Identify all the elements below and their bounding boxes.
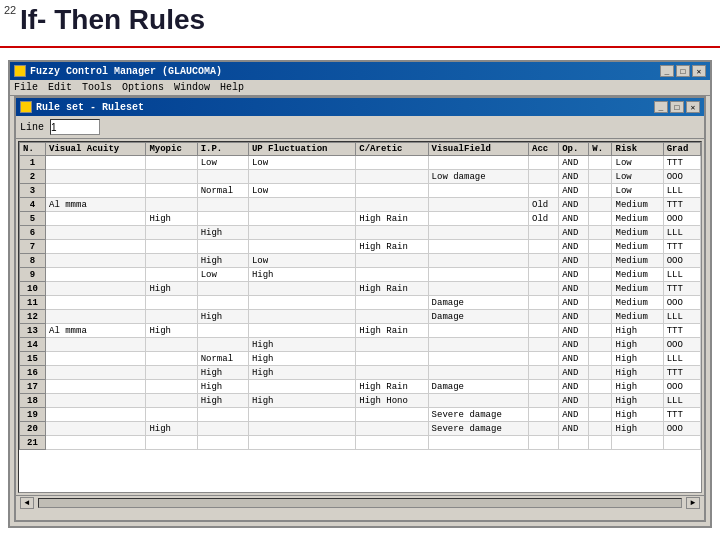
row-number-cell: 6 xyxy=(20,226,46,240)
table-cell xyxy=(356,198,428,212)
table-cell xyxy=(248,310,355,324)
table-cell xyxy=(46,282,146,296)
table-cell xyxy=(356,184,428,198)
table-cell xyxy=(529,268,559,282)
table-cell xyxy=(529,436,559,450)
table-cell xyxy=(529,240,559,254)
table-cell: High xyxy=(612,422,663,436)
table-cell xyxy=(197,282,248,296)
table-cell xyxy=(589,338,612,352)
fcm-minimize-btn[interactable]: _ xyxy=(660,65,674,77)
table-cell: LLL xyxy=(663,184,700,198)
row-number-cell: 21 xyxy=(20,436,46,450)
line-input[interactable] xyxy=(50,119,100,135)
table-cell xyxy=(146,156,197,170)
table-cell: Medium xyxy=(612,282,663,296)
table-cell xyxy=(529,310,559,324)
table-cell xyxy=(589,212,612,226)
scroll-right-btn[interactable]: ► xyxy=(686,497,700,509)
row-number-cell: 17 xyxy=(20,380,46,394)
ruleset-window: Rule set - Ruleset _ □ ✕ Line N. Visual … xyxy=(14,96,706,522)
scroll-left-btn[interactable]: ◄ xyxy=(20,497,34,509)
table-cell xyxy=(46,408,146,422)
table-cell xyxy=(46,184,146,198)
table-cell xyxy=(589,436,612,450)
table-row: 13Al mmmaHighHigh RainANDHighTTT xyxy=(20,324,701,338)
menu-window[interactable]: Window xyxy=(174,82,210,93)
table-cell: AND xyxy=(559,352,589,366)
table-cell xyxy=(248,240,355,254)
table-cell: High xyxy=(612,408,663,422)
table-cell xyxy=(197,436,248,450)
ruleset-maximize-btn[interactable]: □ xyxy=(670,101,684,113)
table-cell: High xyxy=(612,366,663,380)
table-cell: AND xyxy=(559,380,589,394)
menu-help[interactable]: Help xyxy=(220,82,244,93)
row-number-cell: 8 xyxy=(20,254,46,268)
table-row: 1LowLowANDLowTTT xyxy=(20,156,701,170)
scrollbar-area: ◄ ► xyxy=(16,495,704,509)
menu-edit[interactable]: Edit xyxy=(48,82,72,93)
table-cell xyxy=(428,240,528,254)
table-cell: High xyxy=(248,338,355,352)
row-number-cell: 13 xyxy=(20,324,46,338)
table-cell: High xyxy=(248,394,355,408)
menu-options[interactable]: Options xyxy=(122,82,164,93)
table-cell: TTT xyxy=(663,324,700,338)
table-cell xyxy=(589,240,612,254)
table-cell: LLL xyxy=(663,394,700,408)
table-cell: Medium xyxy=(612,268,663,282)
table-cell: Low xyxy=(612,184,663,198)
table-cell xyxy=(428,212,528,226)
menu-tools[interactable]: Tools xyxy=(82,82,112,93)
table-cell: Medium xyxy=(612,240,663,254)
table-cell xyxy=(46,394,146,408)
table-row: 7High RainANDMediumTTT xyxy=(20,240,701,254)
table-cell: AND xyxy=(559,366,589,380)
ruleset-minimize-btn[interactable]: _ xyxy=(654,101,668,113)
table-cell xyxy=(197,212,248,226)
fcm-maximize-btn[interactable]: □ xyxy=(676,65,690,77)
table-cell: AND xyxy=(559,156,589,170)
table-cell xyxy=(589,422,612,436)
table-cell: High xyxy=(248,268,355,282)
table-cell xyxy=(356,310,428,324)
table-cell xyxy=(46,436,146,450)
fcm-close-btn[interactable]: ✕ xyxy=(692,65,706,77)
menu-file[interactable]: File xyxy=(14,82,38,93)
table-cell: TTT xyxy=(663,240,700,254)
table-row: 14HighANDHighOOO xyxy=(20,338,701,352)
table-cell xyxy=(356,156,428,170)
table-cell xyxy=(356,268,428,282)
table-cell: AND xyxy=(559,254,589,268)
table-cell xyxy=(146,436,197,450)
table-cell xyxy=(589,394,612,408)
table-cell xyxy=(529,408,559,422)
table-cell: Medium xyxy=(612,226,663,240)
table-cell xyxy=(146,394,197,408)
table-cell: High xyxy=(612,352,663,366)
table-cell: AND xyxy=(559,422,589,436)
horizontal-scrollbar[interactable] xyxy=(38,498,682,508)
table-row: 2Low damageANDLowOOO xyxy=(20,170,701,184)
table-cell: AND xyxy=(559,296,589,310)
table-cell: OOO xyxy=(663,296,700,310)
slide-number: 22 xyxy=(4,4,16,16)
row-number-cell: 18 xyxy=(20,394,46,408)
table-cell: Normal xyxy=(197,184,248,198)
table-cell: High xyxy=(248,352,355,366)
row-number-cell: 15 xyxy=(20,352,46,366)
table-row: 21 xyxy=(20,436,701,450)
table-cell xyxy=(589,324,612,338)
table-cell xyxy=(589,198,612,212)
table-cell: High xyxy=(612,394,663,408)
table-cell: Low xyxy=(197,156,248,170)
ruleset-close-btn[interactable]: ✕ xyxy=(686,101,700,113)
table-cell xyxy=(428,394,528,408)
row-number-cell: 20 xyxy=(20,422,46,436)
rules-table-container[interactable]: N. Visual Acuity Myopic I.P. UP Fluctuat… xyxy=(18,141,702,493)
table-cell xyxy=(46,170,146,184)
ruleset-title-left: Rule set - Ruleset xyxy=(20,101,144,113)
row-number-cell: 9 xyxy=(20,268,46,282)
table-cell: High xyxy=(612,338,663,352)
